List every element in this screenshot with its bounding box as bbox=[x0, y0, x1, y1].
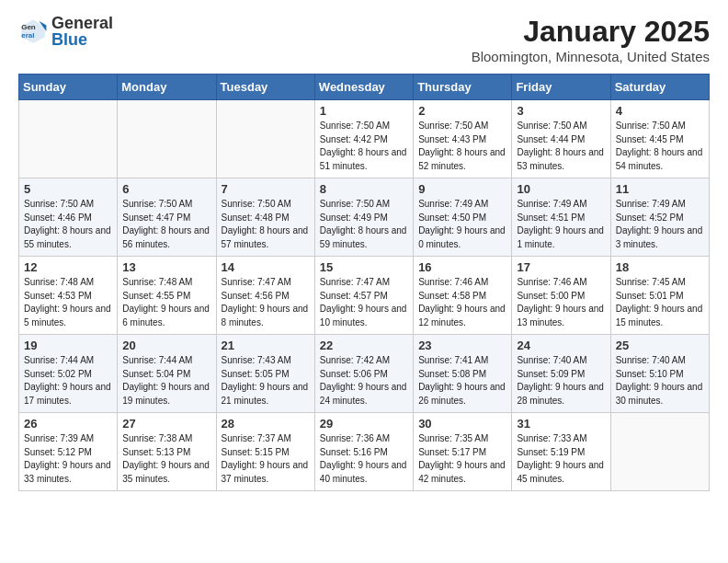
day-info: Sunrise: 7:49 AM Sunset: 4:51 PM Dayligh… bbox=[517, 198, 605, 251]
calendar-day: 14Sunrise: 7:47 AM Sunset: 4:56 PM Dayli… bbox=[216, 257, 314, 335]
calendar-day: 19Sunrise: 7:44 AM Sunset: 5:02 PM Dayli… bbox=[19, 335, 118, 413]
day-number: 11 bbox=[616, 182, 704, 196]
weekday-header-tuesday: Tuesday bbox=[216, 75, 314, 100]
calendar-day: 10Sunrise: 7:49 AM Sunset: 4:51 PM Dayli… bbox=[512, 178, 610, 257]
weekday-header-thursday: Thursday bbox=[414, 75, 512, 100]
day-info: Sunrise: 7:38 AM Sunset: 5:13 PM Dayligh… bbox=[122, 432, 210, 486]
day-info: Sunrise: 7:50 AM Sunset: 4:48 PM Dayligh… bbox=[222, 198, 310, 251]
page-header: Gen eral General Blue January 2025 Bloom… bbox=[18, 15, 710, 64]
month-title: January 2025 bbox=[472, 15, 710, 49]
day-number: 12 bbox=[24, 260, 112, 274]
day-info: Sunrise: 7:36 AM Sunset: 5:16 PM Dayligh… bbox=[320, 432, 408, 486]
calendar-day: 23Sunrise: 7:41 AM Sunset: 5:08 PM Dayli… bbox=[414, 335, 512, 413]
day-info: Sunrise: 7:50 AM Sunset: 4:43 PM Dayligh… bbox=[418, 120, 506, 173]
day-number: 5 bbox=[24, 182, 112, 196]
day-number: 27 bbox=[122, 417, 210, 431]
calendar-week-3: 12Sunrise: 7:48 AM Sunset: 4:53 PM Dayli… bbox=[19, 257, 710, 335]
weekday-header-wednesday: Wednesday bbox=[314, 75, 413, 100]
day-number: 25 bbox=[616, 339, 704, 352]
logo-icon: Gen eral bbox=[18, 17, 48, 46]
calendar-day: 6Sunrise: 7:50 AM Sunset: 4:47 PM Daylig… bbox=[118, 178, 216, 257]
calendar-week-2: 5Sunrise: 7:50 AM Sunset: 4:46 PM Daylig… bbox=[19, 178, 710, 257]
calendar-day: 20Sunrise: 7:44 AM Sunset: 5:04 PM Dayli… bbox=[118, 335, 216, 413]
calendar-day: 3Sunrise: 7:50 AM Sunset: 4:44 PM Daylig… bbox=[512, 100, 610, 178]
day-info: Sunrise: 7:46 AM Sunset: 5:00 PM Dayligh… bbox=[517, 276, 605, 329]
calendar-day: 29Sunrise: 7:36 AM Sunset: 5:16 PM Dayli… bbox=[314, 413, 413, 491]
day-number: 18 bbox=[616, 260, 704, 274]
calendar-week-4: 19Sunrise: 7:44 AM Sunset: 5:02 PM Dayli… bbox=[19, 335, 710, 413]
day-number: 16 bbox=[418, 260, 506, 274]
day-info: Sunrise: 7:47 AM Sunset: 4:56 PM Dayligh… bbox=[222, 276, 310, 329]
calendar-day: 26Sunrise: 7:39 AM Sunset: 5:12 PM Dayli… bbox=[19, 413, 118, 491]
calendar-day: 12Sunrise: 7:48 AM Sunset: 4:53 PM Dayli… bbox=[19, 257, 118, 335]
day-info: Sunrise: 7:40 AM Sunset: 5:10 PM Dayligh… bbox=[616, 354, 704, 408]
day-number: 22 bbox=[320, 339, 408, 352]
calendar-day: 22Sunrise: 7:42 AM Sunset: 5:06 PM Dayli… bbox=[314, 335, 413, 413]
calendar-day: 24Sunrise: 7:40 AM Sunset: 5:09 PM Dayli… bbox=[512, 335, 610, 413]
calendar-day: 18Sunrise: 7:45 AM Sunset: 5:01 PM Dayli… bbox=[610, 257, 709, 335]
day-info: Sunrise: 7:45 AM Sunset: 5:01 PM Dayligh… bbox=[616, 276, 704, 329]
calendar-day: 2Sunrise: 7:50 AM Sunset: 4:43 PM Daylig… bbox=[414, 100, 512, 178]
calendar-day: 7Sunrise: 7:50 AM Sunset: 4:48 PM Daylig… bbox=[216, 178, 314, 257]
day-number: 29 bbox=[320, 417, 408, 431]
day-number: 6 bbox=[122, 182, 210, 196]
day-number: 28 bbox=[222, 417, 310, 431]
day-info: Sunrise: 7:43 AM Sunset: 5:05 PM Dayligh… bbox=[222, 354, 310, 408]
calendar-day bbox=[19, 100, 118, 178]
day-info: Sunrise: 7:50 AM Sunset: 4:46 PM Dayligh… bbox=[24, 198, 112, 251]
calendar-day: 5Sunrise: 7:50 AM Sunset: 4:46 PM Daylig… bbox=[19, 178, 118, 257]
calendar-day: 17Sunrise: 7:46 AM Sunset: 5:00 PM Dayli… bbox=[512, 257, 610, 335]
day-info: Sunrise: 7:50 AM Sunset: 4:44 PM Dayligh… bbox=[517, 120, 605, 173]
weekday-header-sunday: Sunday bbox=[19, 75, 118, 100]
day-info: Sunrise: 7:50 AM Sunset: 4:42 PM Dayligh… bbox=[320, 120, 408, 173]
day-number: 14 bbox=[222, 260, 310, 274]
day-info: Sunrise: 7:49 AM Sunset: 4:52 PM Dayligh… bbox=[616, 198, 704, 251]
day-number: 9 bbox=[418, 182, 506, 196]
day-number: 8 bbox=[320, 182, 408, 196]
calendar-day bbox=[216, 100, 314, 178]
calendar-day bbox=[118, 100, 216, 178]
calendar-day: 28Sunrise: 7:37 AM Sunset: 5:15 PM Dayli… bbox=[216, 413, 314, 491]
day-number: 21 bbox=[222, 339, 310, 352]
day-number: 3 bbox=[517, 104, 605, 118]
calendar-day: 9Sunrise: 7:49 AM Sunset: 4:50 PM Daylig… bbox=[414, 178, 512, 257]
calendar-day: 1Sunrise: 7:50 AM Sunset: 4:42 PM Daylig… bbox=[314, 100, 413, 178]
day-info: Sunrise: 7:44 AM Sunset: 5:02 PM Dayligh… bbox=[24, 354, 112, 408]
day-info: Sunrise: 7:33 AM Sunset: 5:19 PM Dayligh… bbox=[517, 432, 605, 486]
location-subtitle: Bloomington, Minnesota, United States bbox=[472, 49, 710, 64]
day-number: 20 bbox=[122, 339, 210, 352]
day-info: Sunrise: 7:48 AM Sunset: 4:53 PM Dayligh… bbox=[24, 276, 112, 329]
day-number: 7 bbox=[222, 182, 310, 196]
calendar-day: 11Sunrise: 7:49 AM Sunset: 4:52 PM Dayli… bbox=[610, 178, 709, 257]
calendar-day: 31Sunrise: 7:33 AM Sunset: 5:19 PM Dayli… bbox=[512, 413, 610, 491]
day-number: 31 bbox=[517, 417, 605, 431]
day-number: 4 bbox=[616, 104, 704, 118]
day-info: Sunrise: 7:46 AM Sunset: 4:58 PM Dayligh… bbox=[418, 276, 506, 329]
calendar-day: 13Sunrise: 7:48 AM Sunset: 4:55 PM Dayli… bbox=[118, 257, 216, 335]
day-number: 10 bbox=[517, 182, 605, 196]
weekday-header-row: SundayMondayTuesdayWednesdayThursdayFrid… bbox=[19, 75, 710, 100]
calendar-day: 21Sunrise: 7:43 AM Sunset: 5:05 PM Dayli… bbox=[216, 335, 314, 413]
day-info: Sunrise: 7:37 AM Sunset: 5:15 PM Dayligh… bbox=[222, 432, 310, 486]
day-info: Sunrise: 7:35 AM Sunset: 5:17 PM Dayligh… bbox=[418, 432, 506, 486]
calendar-day: 4Sunrise: 7:50 AM Sunset: 4:45 PM Daylig… bbox=[610, 100, 709, 178]
day-info: Sunrise: 7:40 AM Sunset: 5:09 PM Dayligh… bbox=[517, 354, 605, 408]
day-info: Sunrise: 7:49 AM Sunset: 4:50 PM Dayligh… bbox=[418, 198, 506, 251]
day-number: 24 bbox=[517, 339, 605, 352]
weekday-header-monday: Monday bbox=[118, 75, 216, 100]
day-number: 30 bbox=[418, 417, 506, 431]
day-info: Sunrise: 7:44 AM Sunset: 5:04 PM Dayligh… bbox=[122, 354, 210, 408]
day-info: Sunrise: 7:50 AM Sunset: 4:47 PM Dayligh… bbox=[122, 198, 210, 251]
day-number: 23 bbox=[418, 339, 506, 352]
calendar-day bbox=[610, 413, 709, 491]
day-number: 15 bbox=[320, 260, 408, 274]
day-number: 1 bbox=[320, 104, 408, 118]
day-number: 17 bbox=[517, 260, 605, 274]
calendar-week-1: 1Sunrise: 7:50 AM Sunset: 4:42 PM Daylig… bbox=[19, 100, 710, 178]
day-info: Sunrise: 7:47 AM Sunset: 4:57 PM Dayligh… bbox=[320, 276, 408, 329]
day-info: Sunrise: 7:48 AM Sunset: 4:55 PM Dayligh… bbox=[122, 276, 210, 329]
day-info: Sunrise: 7:50 AM Sunset: 4:49 PM Dayligh… bbox=[320, 198, 408, 251]
calendar-day: 8Sunrise: 7:50 AM Sunset: 4:49 PM Daylig… bbox=[314, 178, 413, 257]
svg-text:eral: eral bbox=[21, 31, 34, 40]
weekday-header-saturday: Saturday bbox=[610, 75, 709, 100]
